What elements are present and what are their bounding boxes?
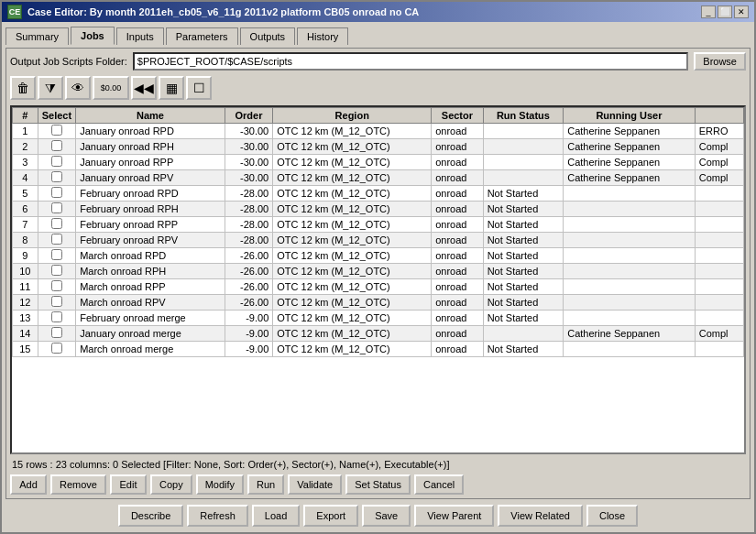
- cell-select[interactable]: [38, 170, 75, 186]
- cell-order: -9.00: [225, 326, 272, 342]
- add-button[interactable]: Add: [10, 474, 47, 495]
- modify-button[interactable]: Modify: [196, 474, 244, 495]
- col-order: Order: [225, 108, 272, 124]
- cell-region: OTC 12 km (M_12_OTC): [273, 295, 432, 311]
- table-row[interactable]: 4 January onroad RPV -30.00 OTC 12 km (M…: [13, 170, 744, 186]
- cell-order: -26.00: [225, 295, 272, 311]
- cell-run-status: [483, 170, 564, 186]
- save-button[interactable]: Save: [362, 505, 411, 527]
- col-run-status: Run Status: [483, 108, 564, 124]
- cell-select[interactable]: [38, 155, 75, 170]
- cell-name: January onroad RPD: [76, 124, 225, 139]
- validate-button[interactable]: Validate: [288, 474, 342, 495]
- tab-jobs[interactable]: Jobs: [71, 27, 115, 45]
- cell-run-status: Not Started: [483, 248, 564, 264]
- cell-select[interactable]: [38, 326, 75, 342]
- cell-name: January onroad RPH: [76, 139, 225, 155]
- cell-name: February onroad RPV: [76, 233, 225, 248]
- edit-button[interactable]: Edit: [110, 474, 147, 495]
- cell-sector: onroad: [432, 264, 483, 279]
- cell-name: March onroad RPH: [76, 264, 225, 279]
- remove-button[interactable]: Remove: [50, 474, 106, 495]
- table-row[interactable]: 11 March onroad RPP -26.00 OTC 12 km (M_…: [13, 279, 744, 295]
- describe-button[interactable]: Describe: [118, 505, 183, 527]
- copy-button[interactable]: Copy: [150, 474, 192, 495]
- cell-extra: ERRO: [695, 124, 743, 139]
- tab-parameters[interactable]: Parameters: [166, 27, 238, 45]
- refresh-button[interactable]: Refresh: [187, 505, 248, 527]
- cell-select[interactable]: [38, 342, 75, 357]
- tab-outputs[interactable]: Outputs: [240, 27, 296, 45]
- cell-region: OTC 12 km (M_12_OTC): [273, 124, 432, 139]
- table-row[interactable]: 13 February onroad merge -9.00 OTC 12 km…: [13, 311, 744, 326]
- cell-select[interactable]: [38, 139, 75, 155]
- tab-inputs[interactable]: Inputs: [116, 27, 164, 45]
- cell-name: March onroad merge: [76, 342, 225, 357]
- run-button[interactable]: Run: [247, 474, 284, 495]
- export-button[interactable]: Export: [303, 505, 358, 527]
- jobs-table-container: # Select Name Order Region Sector Run St…: [10, 105, 746, 454]
- cell-running-user: Catherine Seppanen: [564, 170, 696, 186]
- set-status-button[interactable]: Set Status: [345, 474, 411, 495]
- cell-running-user: [564, 311, 696, 326]
- cell-sector: onroad: [432, 326, 483, 342]
- browse-button[interactable]: Browse: [694, 52, 746, 71]
- select-toolbar-button[interactable]: ☐: [186, 76, 212, 100]
- maximize-button[interactable]: ⬜: [718, 5, 732, 18]
- cell-extra: [695, 295, 743, 311]
- cell-select[interactable]: [38, 186, 75, 202]
- content-area: Summary Jobs Inputs Parameters Outputs H…: [2, 22, 754, 532]
- tab-summary[interactable]: Summary: [5, 27, 69, 45]
- back-toolbar-button[interactable]: ◀◀: [131, 76, 157, 100]
- table-row[interactable]: 6 February onroad RPH -28.00 OTC 12 km (…: [13, 202, 744, 217]
- close-bottom-button[interactable]: Close: [586, 505, 638, 527]
- minimize-button[interactable]: _: [701, 5, 716, 18]
- table-row[interactable]: 3 January onroad RPP -30.00 OTC 12 km (M…: [13, 155, 744, 170]
- cell-num: 11: [13, 279, 38, 295]
- cell-sector: onroad: [432, 186, 483, 202]
- cancel-button[interactable]: Cancel: [414, 474, 464, 495]
- tab-history[interactable]: History: [297, 27, 348, 45]
- table-row[interactable]: 7 February onroad RPP -28.00 OTC 12 km (…: [13, 217, 744, 233]
- col-name: Name: [76, 108, 225, 124]
- cell-select[interactable]: [38, 233, 75, 248]
- money-toolbar-button[interactable]: $0.00: [93, 76, 129, 100]
- grid-toolbar-button[interactable]: ▦: [159, 76, 184, 100]
- folder-input[interactable]: [133, 52, 689, 71]
- table-row[interactable]: 1 January onroad RPD -30.00 OTC 12 km (M…: [13, 124, 744, 139]
- cell-region: OTC 12 km (M_12_OTC): [273, 186, 432, 202]
- cell-order: -26.00: [225, 248, 272, 264]
- title-bar-left: CE Case Editor: By month 2011eh_cb05_v6_…: [7, 5, 419, 19]
- cell-num: 8: [13, 233, 38, 248]
- table-row[interactable]: 8 February onroad RPV -28.00 OTC 12 km (…: [13, 233, 744, 248]
- table-row[interactable]: 5 February onroad RPD -28.00 OTC 12 km (…: [13, 186, 744, 202]
- close-button[interactable]: ✕: [734, 5, 749, 18]
- filter-toolbar-button[interactable]: ⧩: [38, 76, 63, 100]
- table-row[interactable]: 2 January onroad RPH -30.00 OTC 12 km (M…: [13, 139, 744, 155]
- table-row[interactable]: 14 January onroad merge -9.00 OTC 12 km …: [13, 326, 744, 342]
- cell-select[interactable]: [38, 311, 75, 326]
- cell-select[interactable]: [38, 248, 75, 264]
- cell-select[interactable]: [38, 217, 75, 233]
- cell-select[interactable]: [38, 279, 75, 295]
- cell-extra: [695, 311, 743, 326]
- table-row[interactable]: 12 March onroad RPV -26.00 OTC 12 km (M_…: [13, 295, 744, 311]
- cell-run-status: Not Started: [483, 233, 564, 248]
- table-row[interactable]: 9 March onroad RPD -26.00 OTC 12 km (M_1…: [13, 248, 744, 264]
- view-related-button[interactable]: View Related: [498, 505, 583, 527]
- delete-toolbar-button[interactable]: 🗑: [10, 76, 36, 100]
- cell-order: -28.00: [225, 217, 272, 233]
- load-button[interactable]: Load: [252, 505, 300, 527]
- cell-select[interactable]: [38, 295, 75, 311]
- bottom-buttons: Describe Refresh Load Export Save View P…: [5, 503, 751, 529]
- cell-name: February onroad RPD: [76, 186, 225, 202]
- view-parent-button[interactable]: View Parent: [414, 505, 494, 527]
- cell-select[interactable]: [38, 124, 75, 139]
- table-row[interactable]: 15 March onroad merge -9.00 OTC 12 km (M…: [13, 342, 744, 357]
- table-row[interactable]: 10 March onroad RPH -26.00 OTC 12 km (M_…: [13, 264, 744, 279]
- cell-select[interactable]: [38, 264, 75, 279]
- cell-select[interactable]: [38, 202, 75, 217]
- view-toolbar-button[interactable]: 👁: [65, 76, 91, 100]
- cell-name: March onroad RPV: [76, 295, 225, 311]
- app-icon: CE: [7, 5, 22, 19]
